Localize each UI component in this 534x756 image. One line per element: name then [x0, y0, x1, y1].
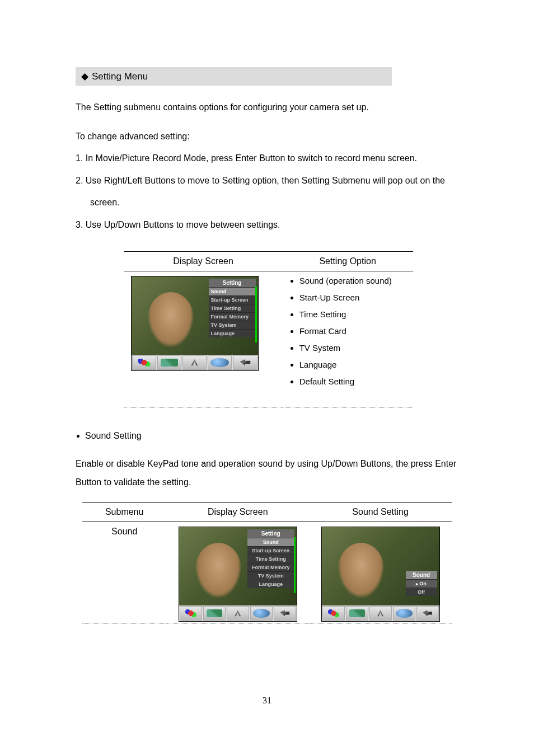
step-2-line1: 2. Use Right/Left Buttons to move to Set… — [76, 171, 461, 190]
camera-screenshot: Setting Sound Start-up Screen Time Setti… — [131, 276, 259, 371]
mode-icon — [250, 606, 273, 621]
setting-options-table: Display Screen Setting Option Setting So… — [124, 251, 413, 407]
mode-icon — [208, 355, 232, 370]
photo-subject — [338, 543, 385, 599]
diamond-icon: ◆ — [81, 71, 88, 82]
mode-icon — [369, 606, 392, 621]
td-shot-left: Setting Sound Start-up Screen Time Setti… — [166, 522, 309, 623]
mode-icon — [322, 606, 345, 621]
menu-header: Setting — [247, 529, 294, 538]
step-1: 1. In Movie/Picture Record Mode, press E… — [76, 149, 461, 168]
option-item: TV System — [299, 343, 406, 353]
option-item: Format Card — [299, 326, 406, 336]
option-item: Sound (operation sound) — [299, 276, 406, 285]
mode-icon — [227, 606, 249, 621]
mode-icon — [416, 606, 439, 621]
section-title: Setting Menu — [92, 71, 148, 82]
mode-icon — [132, 355, 156, 370]
mode-icon — [393, 606, 415, 621]
section-heading: ◆Setting Menu — [76, 67, 392, 86]
step-2-line2: screen. — [76, 193, 461, 212]
menu-item-tv: TV System — [209, 321, 256, 329]
mode-iconbar — [132, 355, 258, 370]
photo-subject — [147, 292, 194, 348]
scrollbar-icon — [255, 287, 257, 342]
page-number: 31 — [0, 696, 534, 706]
popup-item-on: ▸On — [406, 579, 437, 588]
menu-item-startup: Start-up Screen — [209, 295, 256, 304]
setting-menu: Setting Sound Start-up Screen Time Setti… — [247, 529, 294, 588]
body-text: The Setting submenu contains options for… — [76, 98, 461, 234]
mode-icon — [203, 606, 226, 621]
mode-icon — [274, 606, 296, 621]
setting-menu: Setting Sound Start-up Screen Time Setti… — [209, 279, 256, 337]
sound-setting-table: Submenu Display Screen Sound Setting Sou… — [82, 502, 452, 623]
th-setting-option: Setting Option — [283, 251, 413, 271]
option-item: Language — [299, 360, 406, 369]
td-shot-right: Sound ▸On Off — [309, 522, 452, 623]
bullet-icon — [77, 435, 79, 438]
photo-subject — [195, 543, 242, 599]
td-options: Sound (operation sound) Start-Up Screen … — [283, 271, 413, 407]
popup-item-off: Off — [406, 588, 437, 596]
menu-item-time: Time Setting — [247, 555, 294, 563]
intro-paragraph: The Setting submenu contains options for… — [76, 98, 461, 117]
menu-item-time: Time Setting — [209, 304, 256, 312]
camera-screenshot-left: Setting Sound Start-up Screen Time Setti… — [179, 527, 297, 622]
option-item: Start-Up Screen — [299, 293, 406, 302]
sound-setting-desc: Enable or disable KeyPad tone and operat… — [76, 454, 461, 492]
options-list: Sound (operation sound) Start-Up Screen … — [289, 276, 406, 386]
menu-item-tv: TV System — [247, 571, 294, 580]
menu-item-format: Format Memory — [247, 563, 294, 571]
th-sound-setting: Sound Setting — [309, 502, 452, 522]
page: ◆Setting Menu The Setting submenu contai… — [0, 0, 534, 756]
step-3: 3. Use Up/Down Buttons to move between s… — [76, 215, 461, 234]
caret-icon: ▸ — [416, 581, 418, 586]
th-display-screen: Display Screen — [166, 502, 309, 522]
menu-item-format: Format Memory — [209, 312, 256, 321]
th-submenu: Submenu — [82, 502, 166, 522]
menu-item-sound: Sound — [209, 287, 256, 295]
popup-header: Sound — [406, 571, 437, 579]
mode-iconbar — [179, 605, 297, 621]
th-display-screen: Display Screen — [124, 251, 283, 271]
td-submenu-value: Sound — [82, 522, 166, 623]
steps-intro: To change advanced setting: — [76, 127, 461, 146]
menu-item-sound: Sound — [247, 538, 294, 546]
sound-popup: Sound ▸On Off — [406, 571, 437, 596]
menu-item-language: Language — [247, 580, 294, 588]
sound-setting-heading: Sound Setting — [76, 431, 461, 441]
td-screenshot: Setting Sound Start-up Screen Time Setti… — [124, 271, 283, 407]
mode-iconbar — [322, 605, 439, 621]
mode-icon — [346, 606, 368, 621]
option-item: Time Setting — [299, 309, 406, 319]
mode-icon — [157, 355, 181, 370]
camera-screenshot-right: Sound ▸On Off — [321, 527, 440, 622]
sound-heading-text: Sound Setting — [85, 431, 142, 440]
scrollbar-icon — [294, 537, 296, 593]
menu-header: Setting — [209, 279, 256, 287]
mode-icon — [233, 355, 257, 370]
menu-item-language: Language — [209, 329, 256, 337]
menu-item-startup: Start-up Screen — [247, 546, 294, 555]
mode-icon — [180, 606, 202, 621]
mode-icon — [182, 355, 207, 370]
option-item: Default Setting — [299, 377, 406, 386]
